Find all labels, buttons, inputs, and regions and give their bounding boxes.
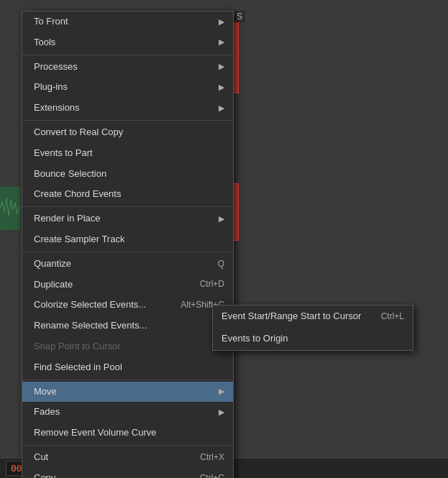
context-menu: To Front ▶ Tools ▶ Processes ▶ Plug-ins … [22,11,234,478]
menu-item-colorize[interactable]: Colorize Selected Events... Alt+Shift+C [22,295,233,316]
separator-4 [22,252,233,252]
menu-item-duplicate[interactable]: Duplicate Ctrl+D [22,275,233,295]
s-label: S [234,11,245,22]
menu-item-create-sampler-track[interactable]: Create Sampler Track [22,229,233,250]
menu-item-convert-real-copy[interactable]: Convert to Real Copy [22,122,233,143]
waveform-area [0,187,20,230]
menu-item-bounce-selection[interactable]: Bounce Selection [22,164,233,185]
menu-item-extensions[interactable]: Extensions ▶ [22,98,233,119]
menu-item-events-to-part[interactable]: Events to Part [22,143,233,164]
menu-item-find-selected-pool[interactable]: Find Selected in Pool [22,357,233,378]
menu-item-cut[interactable]: Cut Ctrl+X [22,447,233,468]
menu-item-remove-event-volume[interactable]: Remove Event Volume Curve [22,423,233,443]
menu-item-snap-point: Snap Point to Cursor [22,336,233,357]
menu-item-create-chord-events[interactable]: Create Chord Events [22,184,233,205]
svg-rect-0 [0,187,20,230]
separator-6 [22,445,233,446]
menu-item-to-front[interactable]: To Front ▶ [22,12,233,32]
menu-item-render-in-place[interactable]: Render in Place ▶ [22,208,233,229]
menu-item-processes[interactable]: Processes ▶ [22,57,233,78]
submenu-item-events-to-origin[interactable]: Events to Origin [213,328,413,350]
menu-item-move[interactable]: Move ▶ [22,382,233,403]
menu-item-copy[interactable]: Copy Ctrl+C [22,468,233,478]
separator-5 [22,380,233,380]
submenu-item-event-start[interactable]: Event Start/Range Start to Cursor Ctrl+L [213,305,413,328]
menu-item-plugins[interactable]: Plug-ins ▶ [22,77,233,98]
menu-item-quantize[interactable]: Quantize Q [22,254,233,275]
separator-2 [22,120,233,121]
menu-item-tools[interactable]: Tools ▶ [22,32,233,53]
move-submenu: Event Start/Range Start to Cursor Ctrl+L… [212,305,413,351]
separator-1 [22,55,233,55]
menu-item-rename-selected[interactable]: Rename Selected Events... [22,316,233,336]
separator-3 [22,206,233,207]
menu-item-fades[interactable]: Fades ▶ [22,402,233,423]
